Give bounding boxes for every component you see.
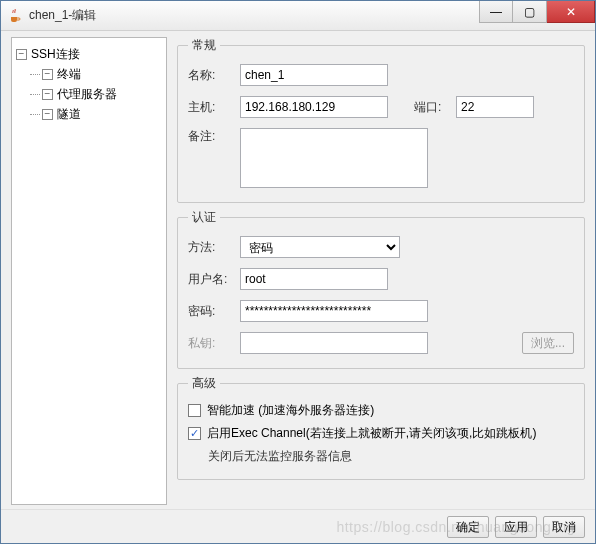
method-label: 方法: bbox=[188, 239, 232, 256]
maximize-button[interactable]: ▢ bbox=[513, 1, 547, 23]
password-label: 密码: bbox=[188, 303, 232, 320]
name-label: 名称: bbox=[188, 67, 232, 84]
exec-checkbox[interactable]: ✓ bbox=[188, 427, 201, 440]
tree-label: 终端 bbox=[57, 66, 81, 83]
dialog-footer: 确定 应用 取消 https://blog.csdn.net/huangdong… bbox=[1, 509, 595, 543]
advanced-group: 高级 智能加速 (加速海外服务器连接) ✓ 启用Exec Channel(若连接… bbox=[177, 375, 585, 480]
tree-root-ssh[interactable]: − SSH连接 bbox=[16, 44, 162, 64]
port-label: 端口: bbox=[414, 99, 448, 116]
auth-group: 认证 方法: 密码 用户名: 密码: 私钥: bbox=[177, 209, 585, 369]
minimize-button[interactable]: — bbox=[479, 1, 513, 23]
dialog-window: chen_1-编辑 — ▢ ✕ − SSH连接 − 终端 − 代理服务器 bbox=[0, 0, 596, 544]
apply-button[interactable]: 应用 bbox=[495, 516, 537, 538]
accel-label: 智能加速 (加速海外服务器连接) bbox=[207, 402, 374, 419]
dialog-content: − SSH连接 − 终端 − 代理服务器 − 隧道 常规 bbox=[1, 31, 595, 509]
cancel-button[interactable]: 取消 bbox=[543, 516, 585, 538]
collapse-icon[interactable]: − bbox=[42, 109, 53, 120]
accel-checkbox[interactable] bbox=[188, 404, 201, 417]
ok-button[interactable]: 确定 bbox=[447, 516, 489, 538]
exec-label: 启用Exec Channel(若连接上就被断开,请关闭该项,比如跳板机) bbox=[207, 425, 536, 442]
host-input[interactable] bbox=[240, 96, 388, 118]
java-cup-icon bbox=[7, 8, 23, 24]
username-label: 用户名: bbox=[188, 271, 232, 288]
browse-button[interactable]: 浏览... bbox=[522, 332, 574, 354]
collapse-icon[interactable]: − bbox=[42, 69, 53, 80]
privatekey-label: 私钥: bbox=[188, 335, 232, 352]
general-legend: 常规 bbox=[188, 37, 220, 54]
password-input[interactable] bbox=[240, 300, 428, 322]
main-panel: 常规 名称: 主机: 端口: 备注: 认证 bbox=[177, 37, 591, 505]
tree-item-proxy[interactable]: − 代理服务器 bbox=[30, 84, 162, 104]
method-select[interactable]: 密码 bbox=[240, 236, 400, 258]
general-group: 常规 名称: 主机: 端口: 备注: bbox=[177, 37, 585, 203]
name-input[interactable] bbox=[240, 64, 388, 86]
note-textarea[interactable] bbox=[240, 128, 428, 188]
exec-sublabel: 关闭后无法监控服务器信息 bbox=[208, 448, 574, 465]
title-bar[interactable]: chen_1-编辑 — ▢ ✕ bbox=[1, 1, 595, 31]
collapse-icon[interactable]: − bbox=[16, 49, 27, 60]
close-button[interactable]: ✕ bbox=[547, 1, 595, 23]
tree-label: 代理服务器 bbox=[57, 86, 117, 103]
privatekey-input bbox=[240, 332, 428, 354]
host-label: 主机: bbox=[188, 99, 232, 116]
tree-item-tunnel[interactable]: − 隧道 bbox=[30, 104, 162, 124]
collapse-icon[interactable]: − bbox=[42, 89, 53, 100]
auth-legend: 认证 bbox=[188, 209, 220, 226]
port-input[interactable] bbox=[456, 96, 534, 118]
advanced-legend: 高级 bbox=[188, 375, 220, 392]
note-label: 备注: bbox=[188, 128, 232, 145]
nav-tree[interactable]: − SSH连接 − 终端 − 代理服务器 − 隧道 bbox=[11, 37, 167, 505]
window-title: chen_1-编辑 bbox=[29, 7, 479, 24]
tree-label: 隧道 bbox=[57, 106, 81, 123]
tree-item-terminal[interactable]: − 终端 bbox=[30, 64, 162, 84]
username-input[interactable] bbox=[240, 268, 388, 290]
tree-label: SSH连接 bbox=[31, 46, 80, 63]
window-buttons: — ▢ ✕ bbox=[479, 1, 595, 30]
